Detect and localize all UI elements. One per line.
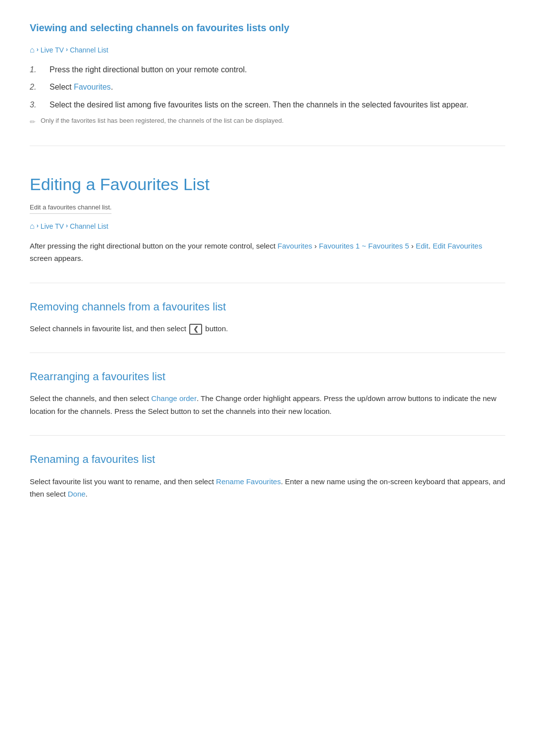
pencil-icon: ✏ <box>30 116 36 127</box>
divider-1 <box>30 146 505 146</box>
favourites-link-2[interactable]: Favourites <box>277 242 312 250</box>
rearranging-body: Select the channels, and then select Cha… <box>30 392 505 417</box>
divider-3 <box>30 353 505 353</box>
section1-title: Viewing and selecting channels on favour… <box>30 20 505 36</box>
favourites-range-link[interactable]: Favourites 1 ~ Favourites 5 <box>319 242 409 250</box>
edit-link[interactable]: Edit <box>416 242 428 250</box>
removing-body: Select channels in favourite list, and t… <box>30 322 505 335</box>
home-icon-2: ⌂ <box>30 220 35 233</box>
home-icon: ⌂ <box>30 44 35 56</box>
editing-subtitle: Edit a favourites channel list. <box>30 202 111 214</box>
renaming-body: Select favourite list you want to rename… <box>30 475 505 501</box>
divider-4 <box>30 435 505 436</box>
chevron-icon-2: › <box>66 45 68 54</box>
step-3: 3. Select the desired list among five fa… <box>30 99 505 111</box>
remove-button-icon: ❮ <box>189 324 202 335</box>
edit-favourites-link[interactable]: Edit Favourites <box>432 242 482 250</box>
renaming-heading: Renaming a favourites list <box>30 451 505 468</box>
chevron-icon-4: › <box>66 221 68 231</box>
breadcrumb-channellist-2[interactable]: Channel List <box>70 221 108 232</box>
rename-favourites-link[interactable]: Rename Favourites <box>216 477 281 486</box>
breadcrumb-channellist-1[interactable]: Channel List <box>70 45 108 55</box>
step-2: 2. Select Favourites. <box>30 81 505 94</box>
breadcrumb-livetv-1[interactable]: Live TV <box>41 45 64 55</box>
section-viewing: Viewing and selecting channels on favour… <box>30 20 505 128</box>
favourites-link-1[interactable]: Favourites <box>74 83 111 91</box>
editing-body: After pressing the right directional but… <box>30 240 505 265</box>
removing-heading: Removing channels from a favourites list <box>30 298 505 315</box>
chevron-icon-3: › <box>37 221 39 231</box>
note-item: ✏ Only if the favorites list has been re… <box>30 116 505 127</box>
note-text: Only if the favorites list has been regi… <box>41 116 284 126</box>
rearranging-heading: Rearranging a favourites list <box>30 368 505 385</box>
done-link[interactable]: Done <box>68 490 86 498</box>
breadcrumb-2: ⌂ › Live TV › Channel List <box>30 220 505 233</box>
step-1: 1. Press the right directional button on… <box>30 63 505 76</box>
section-renaming: Renaming a favourites list Select favour… <box>30 451 505 500</box>
section-removing: Removing channels from a favourites list… <box>30 298 505 335</box>
divider-2 <box>30 283 505 283</box>
breadcrumb-1: ⌂ › Live TV › Channel List <box>30 44 505 56</box>
chevron-icon-1: › <box>37 45 39 54</box>
section-editing: Editing a Favourites List Edit a favouri… <box>30 171 505 265</box>
section-rearranging: Rearranging a favourites list Select the… <box>30 368 505 417</box>
change-order-link[interactable]: Change order <box>151 394 197 403</box>
editing-heading: Editing a Favourites List <box>30 171 505 198</box>
breadcrumb-livetv-2[interactable]: Live TV <box>41 221 64 232</box>
steps-list: 1. Press the right directional button on… <box>30 63 505 111</box>
